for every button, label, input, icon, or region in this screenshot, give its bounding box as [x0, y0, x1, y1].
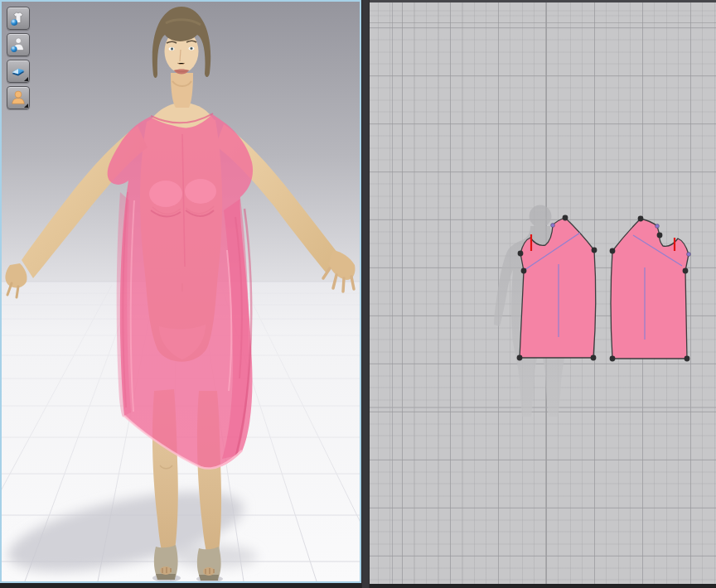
dress-bust-highlight-left	[149, 181, 182, 207]
pattern-point[interactable]	[638, 216, 644, 222]
curve-point[interactable]	[656, 224, 660, 229]
pattern-point[interactable]	[610, 248, 616, 254]
app-window	[0, 0, 716, 588]
pattern-point[interactable]	[657, 233, 663, 239]
dress-bust-highlight-right	[185, 179, 216, 204]
curve-point[interactable]	[551, 224, 555, 228]
curve-point[interactable]	[687, 253, 691, 257]
2d-scene	[370, 2, 716, 584]
pattern-point[interactable]	[610, 356, 616, 362]
show-avatar-button[interactable]	[7, 33, 30, 56]
pattern-point[interactable]	[563, 215, 568, 221]
show-3d-garment-button[interactable]	[7, 7, 30, 30]
avatar-display-button[interactable]	[7, 86, 30, 109]
pattern-point[interactable]	[591, 355, 597, 361]
3d-scene	[2, 2, 360, 581]
2d-pattern-viewport[interactable]	[370, 0, 716, 584]
flyout-corner-icon	[24, 77, 28, 81]
pattern-point[interactable]	[521, 268, 527, 274]
garment-3d-dress[interactable]	[108, 113, 253, 469]
3d-toolbar	[7, 7, 30, 109]
pattern-point[interactable]	[517, 355, 523, 361]
panel-divider[interactable]	[361, 0, 370, 588]
pattern-point[interactable]	[683, 268, 689, 274]
fabric-display-button[interactable]	[7, 60, 30, 83]
pattern-piece-back[interactable]	[610, 216, 691, 362]
3d-scene-canvas[interactable]	[2, 2, 360, 581]
flyout-corner-icon	[24, 104, 28, 108]
2d-pattern-canvas[interactable]	[370, 2, 716, 584]
avatar-neck	[171, 73, 193, 108]
pattern-point[interactable]	[685, 356, 690, 362]
3d-viewport[interactable]	[0, 0, 361, 583]
pattern-point[interactable]	[592, 248, 597, 253]
pattern-point[interactable]	[518, 251, 524, 257]
